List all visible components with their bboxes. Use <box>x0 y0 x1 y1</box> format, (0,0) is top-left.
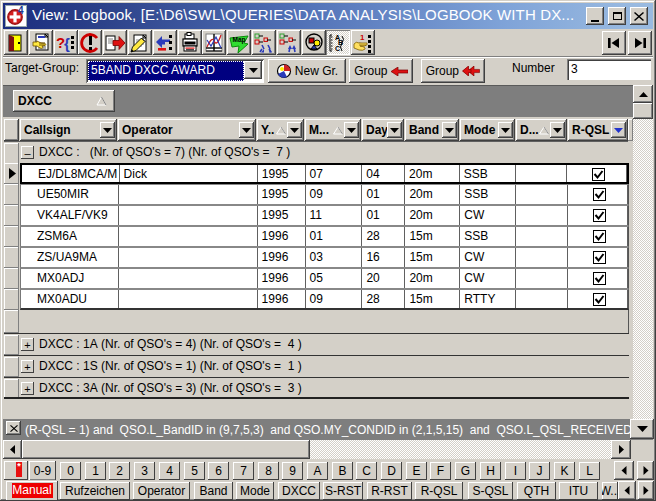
svg-text:1: 1 <box>360 33 365 42</box>
svg-text:{: { <box>64 35 70 52</box>
svg-text:Map: Map <box>233 36 246 44</box>
svg-text:C: C <box>335 45 340 52</box>
svg-text:4: 4 <box>18 6 24 16</box>
